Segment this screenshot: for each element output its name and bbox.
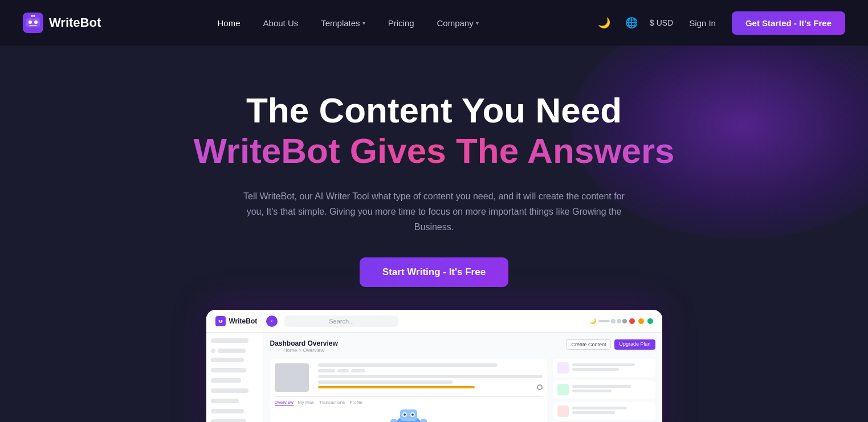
company-dropdown-chevron: ▾ [476, 20, 479, 26]
svg-point-2 [28, 21, 32, 24]
nav-pricing[interactable]: Pricing [379, 14, 423, 32]
header: WriteBot Home About Us Templates ▾ Prici… [0, 0, 868, 46]
svg-rect-11 [219, 322, 222, 323]
dashboard-main-header: Dashboard Overview Home > Overview Creat… [270, 339, 655, 353]
moon-icon: 🌙 [598, 17, 610, 29]
globe-icon: 🌐 [625, 17, 638, 29]
dashboard-actions: Create Content Upgrade Plan [566, 339, 655, 350]
logo[interactable]: WriteBot [23, 13, 101, 33]
dashboard-left-panel: Overview My Plan Transactions Profile [270, 359, 547, 422]
tab-transactions: Transactions [319, 400, 345, 406]
dashboard-title: Dashboard Overview [270, 339, 338, 347]
sign-in-button[interactable]: Sign In [682, 14, 723, 32]
start-writing-button[interactable]: Start Writing - It's Free [360, 257, 508, 287]
window-minimize [638, 318, 644, 324]
dashboard-nav-button: ‹ [266, 316, 278, 327]
nav-templates[interactable]: Templates ▾ [312, 14, 374, 32]
svg-point-10 [221, 320, 222, 322]
dashboard-card-3 [553, 402, 655, 420]
dashboard-card-1 [553, 359, 655, 377]
create-content-button: Create Content [566, 339, 611, 350]
hero-description: Tell WriteBot, our AI Writer Tool what t… [241, 189, 628, 235]
svg-point-6 [31, 15, 33, 17]
dashboard-body: Dashboard Overview Home > Overview Creat… [206, 333, 662, 422]
window-close [629, 318, 635, 324]
dashboard-breadcrumb: Home > Overview [270, 347, 338, 353]
svg-point-17 [411, 413, 414, 416]
upgrade-plan-button: Upgrade Plan [614, 339, 655, 350]
tab-profile: Profile [349, 400, 362, 406]
dashboard-logo: WriteBot [215, 316, 258, 326]
window-controls [629, 318, 653, 324]
svg-rect-4 [29, 25, 37, 26]
language-selector[interactable]: 🌐 [622, 14, 641, 32]
svg-rect-20 [390, 419, 397, 422]
hero-title-line2: WriteBot Gives The Answers [23, 130, 845, 172]
templates-dropdown-chevron: ▾ [362, 20, 365, 26]
card-icon-2 [557, 384, 569, 395]
robot-illustration [275, 409, 543, 422]
tab-overview: Overview [275, 400, 294, 406]
logo-icon [23, 13, 43, 33]
nav-company[interactable]: Company ▾ [427, 14, 487, 32]
currency-label: $ USD [650, 18, 673, 27]
dashboard-search: Search... [284, 316, 398, 327]
main-nav: Home About Us Templates ▾ Pricing Compan… [209, 14, 488, 32]
svg-point-16 [404, 413, 406, 416]
svg-rect-21 [420, 419, 427, 422]
hero-title-line1: The Content You Need [23, 91, 845, 130]
nav-home[interactable]: Home [209, 14, 250, 32]
nav-about-us[interactable]: About Us [254, 14, 308, 32]
dark-mode-toggle[interactable]: 🌙 [595, 14, 613, 32]
hero-section: The Content You Need WriteBot Gives The … [0, 46, 868, 422]
header-controls: 🌙 🌐 $ USD Sign In Get Started - It's Fre… [595, 11, 845, 35]
window-maximize [647, 318, 653, 324]
dashboard-logo-icon [215, 316, 226, 326]
dashboard-header-bar: WriteBot ‹ Search... 🌙 [206, 310, 662, 333]
dashboard-tabs: Overview My Plan Transactions Profile [275, 396, 543, 406]
get-started-button[interactable]: Get Started - It's Free [732, 11, 845, 35]
card-icon-1 [557, 362, 569, 374]
svg-point-7 [33, 15, 35, 17]
svg-point-3 [34, 21, 38, 24]
dashboard-image-placeholder [275, 363, 309, 392]
svg-point-9 [218, 320, 220, 322]
dash-toolbar-right: 🌙 [589, 318, 653, 324]
card-icon-3 [557, 405, 569, 417]
dashboard-content: Overview My Plan Transactions Profile [270, 359, 655, 422]
tab-my-plan: My Plan [298, 400, 315, 406]
dashboard-sidebar [206, 333, 263, 422]
svg-rect-8 [217, 318, 224, 325]
dashboard-card-2 [553, 380, 655, 399]
brand-name: WriteBot [49, 15, 101, 30]
dashboard-main: Dashboard Overview Home > Overview Creat… [263, 333, 662, 422]
dashboard-right-panel [553, 359, 655, 422]
currency-selector[interactable]: $ USD [650, 18, 673, 27]
dashboard-preview: WriteBot ‹ Search... 🌙 [206, 310, 662, 422]
